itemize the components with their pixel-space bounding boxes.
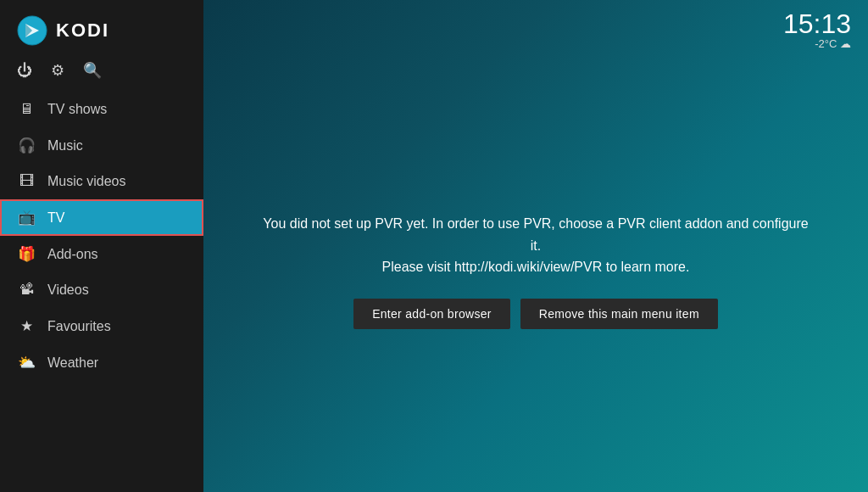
pvr-message-line1: You did not set up PVR yet. In order to …	[263, 216, 808, 253]
pvr-message-line2: Please visit http://kodi.wiki/view/PVR t…	[382, 260, 690, 274]
tv-icon: 📺	[17, 209, 36, 226]
kodi-logo-icon	[17, 15, 47, 46]
sidebar-item-videos[interactable]: 📽Videos	[0, 272, 203, 308]
sidebar-item-favourites[interactable]: ★Favourites	[0, 308, 203, 344]
clock-meta: -2°C ☁	[783, 37, 851, 50]
power-icon[interactable]: ⏻	[17, 62, 32, 80]
clock-time: 15:13	[783, 10, 851, 37]
videos-label: Videos	[47, 282, 89, 298]
sidebar-item-music-videos[interactable]: 🎞Music videos	[0, 164, 203, 199]
remove-menu-item-button[interactable]: Remove this main menu item	[520, 299, 718, 329]
tv-label: TV	[47, 210, 64, 226]
music-videos-label: Music videos	[47, 174, 125, 189]
weather-icon: ⛅	[17, 354, 36, 372]
add-ons-label: Add-ons	[47, 247, 98, 262]
sidebar-item-add-ons[interactable]: 🎁Add-ons	[0, 236, 203, 272]
pvr-buttons: Enter add-on browser Remove this main me…	[353, 299, 718, 329]
sidebar-item-tv-shows[interactable]: 🖥TV shows	[0, 92, 203, 127]
sidebar: KODI ⏻ ⚙ 🔍 🖥TV shows🎧Music🎞Music videos📺…	[0, 0, 203, 492]
tv-shows-icon: 🖥	[17, 101, 36, 118]
clock-area: 15:13 -2°C ☁	[783, 10, 851, 50]
favourites-icon: ★	[17, 317, 36, 335]
tv-shows-label: TV shows	[47, 102, 107, 117]
favourites-label: Favourites	[47, 319, 111, 334]
logo-area: KODI	[0, 0, 203, 54]
sidebar-item-weather[interactable]: ⛅Weather	[0, 344, 203, 381]
music-icon: 🎧	[17, 137, 36, 154]
sidebar-item-tv[interactable]: 📺TV	[0, 199, 203, 236]
top-bar: 15:13 -2°C ☁	[203, 0, 868, 50]
music-label: Music	[47, 138, 83, 154]
toolbar: ⏻ ⚙ 🔍	[0, 54, 203, 92]
sidebar-item-music[interactable]: 🎧Music	[0, 127, 203, 164]
pvr-message: You did not set up PVR yet. In order to …	[260, 213, 811, 278]
search-icon[interactable]: 🔍	[83, 61, 102, 80]
add-ons-icon: 🎁	[17, 245, 36, 263]
enter-addon-browser-button[interactable]: Enter add-on browser	[353, 299, 510, 329]
settings-icon[interactable]: ⚙	[51, 61, 64, 80]
videos-icon: 📽	[17, 282, 36, 299]
weather-label: Weather	[47, 355, 98, 371]
nav-items: 🖥TV shows🎧Music🎞Music videos📺TV🎁Add-ons📽…	[0, 92, 203, 492]
music-videos-icon: 🎞	[17, 173, 36, 190]
main-content: 15:13 -2°C ☁ You did not set up PVR yet.…	[203, 0, 868, 492]
app-title: KODI	[56, 20, 109, 42]
pvr-message-area: You did not set up PVR yet. In order to …	[203, 50, 868, 492]
